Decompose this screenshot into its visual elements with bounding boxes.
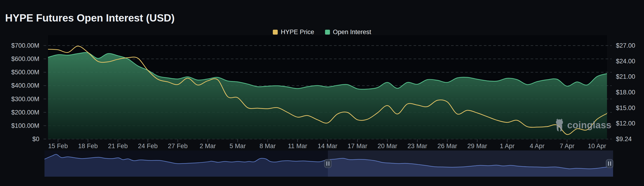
y-axis-left-label: $100.00M bbox=[11, 123, 39, 129]
navigator-selection[interactable] bbox=[328, 151, 613, 177]
chart-panel: HYPE Futures Open Interest (USD) HYPE Pr… bbox=[0, 0, 644, 186]
x-axis-label: 10 Apr bbox=[578, 143, 616, 149]
y-axis-right-label: $12.00 bbox=[616, 120, 635, 127]
chart-title: HYPE Futures Open Interest (USD) bbox=[5, 12, 175, 24]
legend: HYPE Price Open Interest bbox=[273, 29, 371, 35]
chart-canvas[interactable] bbox=[0, 0, 644, 186]
y-axis-left-label: $600.00M bbox=[11, 56, 39, 62]
y-axis-left-label: $200.00M bbox=[11, 109, 39, 116]
legend-item-hype-price[interactable]: HYPE Price bbox=[273, 29, 314, 35]
navigator-handle-left[interactable] bbox=[324, 159, 331, 168]
y-axis-right-label: $9.24 bbox=[616, 136, 632, 142]
legend-label-open-interest: Open Interest bbox=[333, 29, 371, 35]
y-axis-right-label: $21.00 bbox=[616, 74, 635, 80]
y-axis-right-label: $24.00 bbox=[616, 58, 635, 65]
hype-price-swatch-icon bbox=[273, 30, 278, 35]
legend-label-hype-price: HYPE Price bbox=[281, 29, 314, 35]
y-axis-right-label: $15.00 bbox=[616, 105, 635, 111]
y-axis-left-label: $400.00M bbox=[11, 83, 39, 89]
y-axis-left-label: $700.00M bbox=[11, 43, 39, 49]
navigator-handle-right[interactable] bbox=[606, 159, 613, 168]
open-interest-swatch-icon bbox=[325, 30, 330, 35]
legend-item-open-interest[interactable]: Open Interest bbox=[325, 29, 371, 35]
y-axis-right-label: $18.00 bbox=[616, 89, 635, 95]
y-axis-left-label: $300.00M bbox=[11, 96, 39, 102]
y-axis-left-label: $500.00M bbox=[11, 69, 39, 76]
y-axis-right-label: $27.00 bbox=[616, 43, 635, 49]
y-axis-left-label: $0 bbox=[32, 136, 39, 142]
